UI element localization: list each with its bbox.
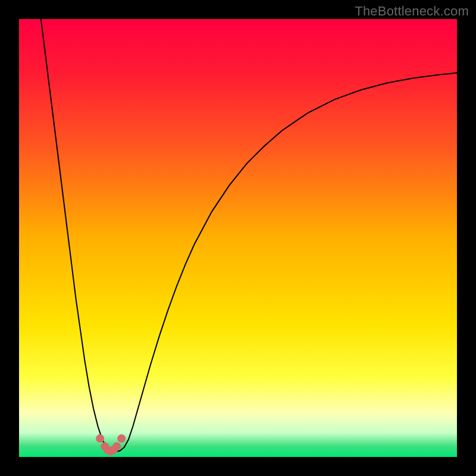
marker-dot [112, 442, 121, 450]
gradient-background [19, 19, 457, 457]
chart-frame [19, 19, 457, 457]
marker-dot [96, 434, 104, 443]
marker-dot [117, 434, 126, 443]
bottleneck-chart [19, 19, 457, 457]
watermark-label: TheBottleneck.com [355, 4, 469, 19]
